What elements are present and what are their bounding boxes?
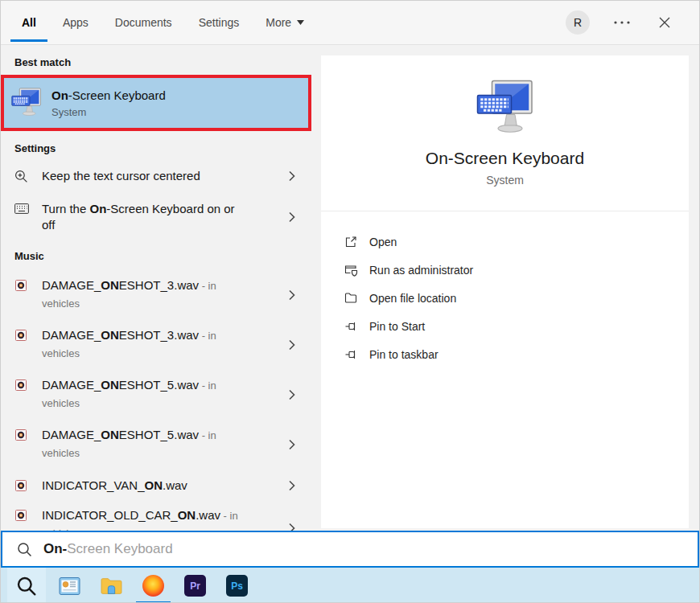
chevron-right-icon <box>289 339 295 351</box>
tab-all[interactable]: All <box>22 1 36 44</box>
result-texts: DAMAGE_ONESHOT_5.wav - in vehicles <box>42 377 216 410</box>
search-input[interactable]: On-Screen Keyboard <box>1 531 699 568</box>
tab-apps[interactable]: Apps <box>63 1 89 44</box>
result-location: vehicles <box>42 297 216 310</box>
result-title: INDICATOR_VAN_ON.wav <box>42 478 187 494</box>
result-title: Keep the text cursor centered <box>42 168 200 184</box>
result-title-wrap: Turn the On-Screen Keyboard on or off <box>42 201 249 233</box>
action-open[interactable]: Open <box>321 228 689 256</box>
best-match-text: On-Screen Keyboard System <box>51 88 166 118</box>
preview-panel: On-Screen Keyboard System Open Run as ad… <box>321 55 689 528</box>
best-match-result[interactable]: On-Screen Keyboard System <box>4 78 308 128</box>
result-title: DAMAGE_ONESHOT_3.wav - in <box>42 327 216 344</box>
result-texts: DAMAGE_ONESHOT_3.wav - in vehicles <box>42 277 216 310</box>
taskbar-search-button[interactable] <box>7 568 46 603</box>
divider <box>321 211 689 211</box>
music-result[interactable]: INDICATOR_VAN_ON.wav <box>1 470 320 502</box>
dropdown-arrow-icon <box>297 20 304 25</box>
result-title: Turn the On-Screen Keyboard on or off <box>42 201 249 233</box>
on-screen-keyboard-icon <box>11 88 42 119</box>
taskbar-photoshop-button[interactable]: Ps <box>219 568 255 603</box>
action-run-as-administrator[interactable]: Run as administrator <box>321 256 689 284</box>
on-screen-keyboard-icon-large <box>321 80 689 133</box>
music-result[interactable]: DAMAGE_ONESHOT_3.wav - in vehicles <box>1 270 320 320</box>
result-location: vehicles <box>42 347 216 360</box>
chevron-right-icon <box>289 289 295 301</box>
file-explorer-icon <box>101 576 122 595</box>
result-texts: INDICATOR_VAN_ON.wav <box>42 478 187 494</box>
chevron-right-icon <box>289 523 295 531</box>
chevron-right-icon <box>289 170 295 182</box>
keyboard-icon <box>14 203 31 214</box>
filter-tab-bar: All Apps Documents Settings More R <box>1 1 699 45</box>
tab-settings[interactable]: Settings <box>199 1 240 44</box>
section-music: Music <box>14 250 320 263</box>
pin-icon <box>344 348 358 361</box>
music-result[interactable]: DAMAGE_ONESHOT_5.wav - in vehicles <box>1 370 320 420</box>
chevron-right-icon <box>289 480 295 491</box>
audio-file-icon <box>14 509 31 522</box>
folder-icon <box>344 292 358 304</box>
settings-result-text-cursor[interactable]: Keep the text cursor centered <box>1 160 320 192</box>
close-icon[interactable] <box>656 14 673 31</box>
audio-file-icon <box>14 479 31 492</box>
result-location: vehicles <box>42 397 216 410</box>
taskbar-file-explorer-button[interactable] <box>93 568 130 603</box>
taskbar-contact-card-app-button[interactable] <box>51 568 88 603</box>
photoshop-icon: Ps <box>226 575 248 597</box>
result-texts: INDICATOR_OLD_CAR_ON.wav - in vehicles <box>42 507 238 531</box>
action-label: Run as administrator <box>369 264 473 277</box>
typed-query: On- <box>43 541 67 556</box>
section-best-match: Best match <box>14 56 320 69</box>
tab-documents[interactable]: Documents <box>115 1 172 44</box>
action-label: Pin to Start <box>369 320 425 333</box>
contact-card-app-icon <box>59 577 80 595</box>
pin-icon <box>344 320 358 333</box>
action-pin-to-taskbar[interactable]: Pin to taskbar <box>321 340 689 368</box>
music-result[interactable]: DAMAGE_ONESHOT_3.wav - in vehicles <box>1 320 320 370</box>
header-controls: R <box>566 10 678 35</box>
autocomplete-suggestion: Screen Keyboard <box>67 541 172 556</box>
taskbar-firefox-button[interactable] <box>135 568 171 603</box>
result-texts: DAMAGE_ONESHOT_5.wav - in vehicles <box>42 427 216 460</box>
action-list: Open Run as administrator Open file loca… <box>321 228 689 368</box>
action-pin-to-start[interactable]: Pin to Start <box>321 312 689 340</box>
chevron-right-icon <box>289 439 295 450</box>
search-icon <box>16 576 37 597</box>
result-subtitle: System <box>51 106 166 118</box>
tab-more[interactable]: More <box>266 1 304 44</box>
action-label: Open file location <box>369 292 456 305</box>
audio-file-icon <box>14 429 31 441</box>
more-options-icon[interactable] <box>614 21 630 24</box>
results-panel: Best match On-Screen Keyboard System Set… <box>1 45 320 531</box>
annotation-red-box: On-Screen Keyboard System <box>1 75 311 131</box>
action-label: Pin to taskbar <box>369 348 439 361</box>
match-highlight: On <box>51 88 68 102</box>
search-icon <box>17 542 32 557</box>
preview-subtitle: System <box>321 174 689 187</box>
audio-file-icon <box>14 279 31 292</box>
result-location: vehicles <box>42 447 216 460</box>
result-title: DAMAGE_ONESHOT_5.wav - in <box>42 377 216 394</box>
title-rest: -Screen Keyboard <box>68 88 166 102</box>
account-avatar[interactable]: R <box>566 10 590 35</box>
taskbar: Pr Ps <box>1 568 699 603</box>
settings-result-osk-toggle[interactable]: Turn the On-Screen Keyboard on or off <box>1 195 320 239</box>
result-texts: DAMAGE_ONESHOT_3.wav - in vehicles <box>42 327 216 360</box>
search-text: On-Screen Keyboard <box>43 541 173 557</box>
result-title: On-Screen Keyboard <box>51 88 166 103</box>
open-icon <box>344 236 358 248</box>
chevron-right-icon <box>289 211 295 223</box>
audio-file-icon <box>14 379 31 392</box>
firefox-icon <box>142 575 164 597</box>
action-open-file-location[interactable]: Open file location <box>321 284 689 312</box>
taskbar-premiere-button[interactable]: Pr <box>177 568 213 603</box>
music-result[interactable]: DAMAGE_ONESHOT_5.wav - in vehicles <box>1 420 320 470</box>
chevron-right-icon <box>289 389 295 400</box>
search-flyout-window: All Apps Documents Settings More R <box>0 0 700 603</box>
zoom-in-icon <box>14 170 31 183</box>
music-result[interactable]: INDICATOR_OLD_CAR_ON.wav - in vehicles <box>1 502 320 531</box>
audio-file-icon <box>14 329 31 342</box>
admin-shield-icon <box>344 264 358 277</box>
action-label: Open <box>369 236 397 248</box>
